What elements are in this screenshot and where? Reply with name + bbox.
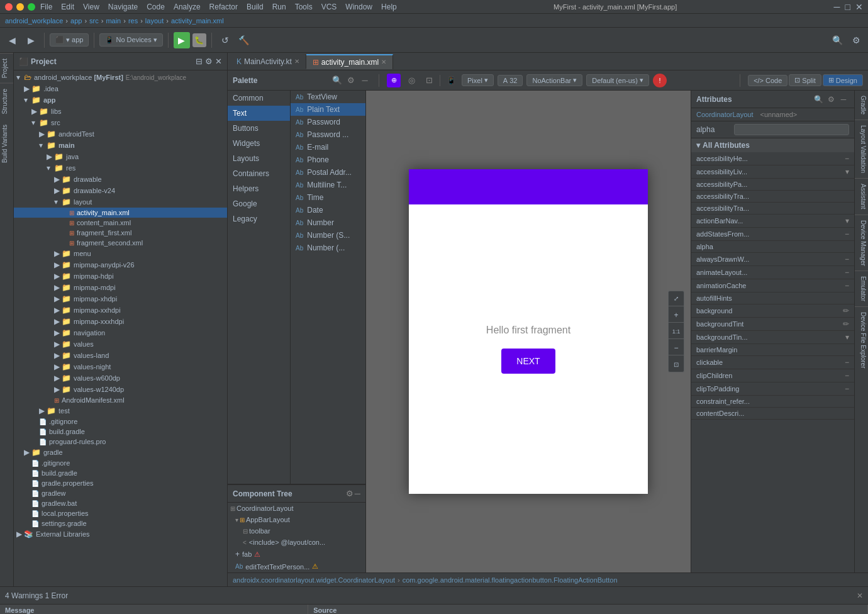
bottom-panel-close[interactable]: ✕ bbox=[857, 591, 863, 600]
category-widgets[interactable]: Widgets bbox=[228, 136, 290, 151]
window-controls[interactable] bbox=[5, 3, 35, 11]
tree-navigation[interactable]: ▶ 📁 navigation bbox=[14, 327, 227, 338]
breadcrumb-main[interactable]: main bbox=[106, 17, 121, 25]
breadcrumb-file[interactable]: activity_main.xml bbox=[171, 17, 224, 25]
attr-minus-18[interactable]: − bbox=[845, 384, 849, 393]
palette-item-postal[interactable]: Ab Postal Addr... bbox=[291, 166, 365, 179]
tree-external-libs[interactable]: ▶ 📚 External Libraries bbox=[14, 528, 227, 540]
attr-minus-17[interactable]: − bbox=[845, 371, 849, 380]
category-google[interactable]: Google bbox=[228, 196, 290, 211]
next-button[interactable]: NEXT bbox=[501, 349, 555, 374]
tree-fragment-second[interactable]: ⊞ fragment_second.xml bbox=[14, 238, 227, 248]
settings-panel-icon[interactable]: ⚙ bbox=[205, 57, 213, 66]
back-button[interactable]: ◀ bbox=[4, 32, 20, 48]
palette-item-password2[interactable]: Ab Password ... bbox=[291, 128, 365, 141]
tree-fragment-first[interactable]: ⊞ fragment_first.xml bbox=[14, 228, 227, 238]
attr-minus-16[interactable]: − bbox=[845, 358, 849, 367]
comp-settings-icon[interactable]: ⚙ bbox=[346, 489, 353, 498]
breadcrumb-app[interactable]: app bbox=[70, 17, 82, 25]
gradle-tab[interactable]: Gradle bbox=[855, 91, 868, 120]
tree-mipmap-xhdpi[interactable]: ▶ 📁 mipmap-xhdpi bbox=[14, 293, 227, 304]
tree-values-w1240dp[interactable]: ▶ 📁 values-w1240dp bbox=[14, 384, 227, 395]
attr-dropdown-14[interactable]: ▾ bbox=[845, 333, 849, 342]
breadcrumb-layout[interactable]: layout bbox=[145, 17, 164, 25]
comp-fab[interactable]: + fab ⚠ bbox=[228, 548, 365, 561]
tree-drawable[interactable]: ▶ 📁 drawable bbox=[14, 174, 227, 185]
menu-analyze[interactable]: Analyze bbox=[174, 3, 201, 11]
palette-item-number[interactable]: Ab Number bbox=[291, 216, 365, 229]
palette-item-multiline[interactable]: Ab Multiline T... bbox=[291, 179, 365, 191]
category-containers[interactable]: Containers bbox=[228, 166, 290, 181]
menu-tools[interactable]: Tools bbox=[295, 3, 313, 11]
warning-badge[interactable]: ! bbox=[653, 74, 667, 87]
category-text[interactable]: Text bbox=[228, 106, 290, 121]
tree-app[interactable]: ▾ 📁 app bbox=[14, 94, 227, 106]
attr-minus-0[interactable]: − bbox=[845, 154, 849, 163]
comp-include[interactable]: < <include> @layout/con... bbox=[228, 537, 365, 548]
palette-item-textview[interactable]: Ab TextView bbox=[291, 91, 365, 103]
hide-panel-icon[interactable]: ✕ bbox=[215, 57, 222, 66]
attr-minimize-icon[interactable]: ─ bbox=[838, 94, 849, 105]
tree-gradle-folder[interactable]: ▶ 📁 gradle bbox=[14, 447, 227, 458]
settings-icon[interactable]: ⚙ bbox=[848, 32, 864, 48]
menu-refactor[interactable]: Refactor bbox=[209, 3, 238, 11]
tree-activity-main[interactable]: ⊞ activity_main.xml bbox=[14, 208, 227, 218]
tree-local-properties[interactable]: 📄 local.properties bbox=[14, 508, 227, 518]
tree-main[interactable]: ▾ 📁 main bbox=[14, 140, 227, 151]
palette-item-password[interactable]: Ab Password bbox=[291, 116, 365, 128]
comp-toolbar[interactable]: ⊟ toolbar bbox=[228, 525, 365, 537]
breadcrumb-src[interactable]: src bbox=[89, 17, 99, 25]
assistant-tab[interactable]: Assistant bbox=[855, 179, 868, 215]
comp-edittext[interactable]: Ab editTextTextPerson... ⚠ bbox=[228, 561, 365, 572]
pixel-selector[interactable]: Pixel ▾ bbox=[462, 74, 494, 86]
device-manager-tab[interactable]: Device Manager bbox=[855, 215, 868, 272]
debug-button[interactable]: 🐛 bbox=[192, 33, 206, 47]
tree-androidtest[interactable]: ▶ 📁 androidTest bbox=[14, 128, 227, 140]
menu-help[interactable]: Help bbox=[381, 3, 397, 11]
tree-settings-gradle[interactable]: 📄 settings.gradle bbox=[14, 518, 227, 528]
attr-settings-icon[interactable]: ⚙ bbox=[825, 94, 837, 105]
project-tab[interactable]: Project bbox=[0, 53, 13, 83]
palette-item-number-p[interactable]: Ab Number (... bbox=[291, 242, 365, 254]
close-button[interactable] bbox=[5, 3, 13, 11]
tree-mipmap-xxhdpi[interactable]: ▶ 📁 mipmap-xxhdpi bbox=[14, 304, 227, 316]
palette-search-icon[interactable]: 🔍 bbox=[331, 74, 343, 87]
layout-validation-tab[interactable]: Layout Validation bbox=[855, 120, 868, 179]
tree-values-night[interactable]: ▶ 📁 values-night bbox=[14, 361, 227, 372]
menu-view[interactable]: View bbox=[83, 3, 99, 11]
category-layouts[interactable]: Layouts bbox=[228, 151, 290, 166]
tree-res[interactable]: ▾ 📁 res bbox=[14, 162, 227, 174]
blueprint-mode-icon[interactable]: ◎ bbox=[404, 74, 418, 87]
tree-build-gradle[interactable]: 📄 build.gradle bbox=[14, 427, 227, 437]
tree-values-w600dp[interactable]: ▶ 📁 values-w600dp bbox=[14, 372, 227, 384]
toggle-devices-icon[interactable]: ⊡ bbox=[422, 74, 436, 87]
category-common[interactable]: Common bbox=[228, 91, 290, 106]
emulator-tab[interactable]: Emulator bbox=[855, 271, 868, 307]
attr-minus-6[interactable]: − bbox=[845, 230, 849, 238]
restore-icon[interactable]: □ bbox=[845, 2, 850, 12]
palette-settings-icon[interactable]: ⚙ bbox=[345, 74, 357, 87]
tab-activity-main[interactable]: ⊞ activity_main.xml ✕ bbox=[306, 54, 393, 69]
close-icon[interactable]: ✕ bbox=[855, 2, 863, 12]
breadcrumb-android-workplace[interactable]: android_workplace bbox=[5, 17, 63, 25]
attr-alpha-input[interactable] bbox=[734, 124, 849, 135]
palette-item-number-s[interactable]: Ab Number (S... bbox=[291, 229, 365, 242]
tree-manifest[interactable]: ⊞ AndroidManifest.xml bbox=[14, 395, 227, 405]
tree-gradlew[interactable]: 📄 gradlew bbox=[14, 488, 227, 498]
menu-code[interactable]: Code bbox=[147, 3, 165, 11]
menu-edit[interactable]: Edit bbox=[61, 3, 74, 11]
tree-test[interactable]: ▶ 📁 test bbox=[14, 405, 227, 416]
tree-values-land[interactable]: ▶ 📁 values-land bbox=[14, 350, 227, 361]
palette-item-phone[interactable]: Ab Phone bbox=[291, 154, 365, 166]
menu-navigate[interactable]: Navigate bbox=[108, 3, 138, 11]
tree-root-build-gradle[interactable]: 📄 build.gradle bbox=[14, 468, 227, 478]
tree-mipmap-xxxhdpi[interactable]: ▶ 📁 mipmap-xxxhdpi bbox=[14, 316, 227, 327]
tree-src[interactable]: ▾ 📁 src bbox=[14, 117, 227, 128]
palette-item-time[interactable]: Ab Time bbox=[291, 191, 365, 204]
search-button[interactable]: 🔍 bbox=[829, 32, 845, 48]
tree-menu[interactable]: ▶ 📁 menu bbox=[14, 248, 227, 259]
locale-selector[interactable]: Default (en-us) ▾ bbox=[586, 74, 649, 86]
tree-drawable-v24[interactable]: ▶ 📁 drawable-v24 bbox=[14, 185, 227, 196]
sync-button[interactable]: ↺ bbox=[217, 32, 233, 48]
comp-coordinator[interactable]: ⊞ CoordinatorLayout bbox=[228, 503, 365, 514]
